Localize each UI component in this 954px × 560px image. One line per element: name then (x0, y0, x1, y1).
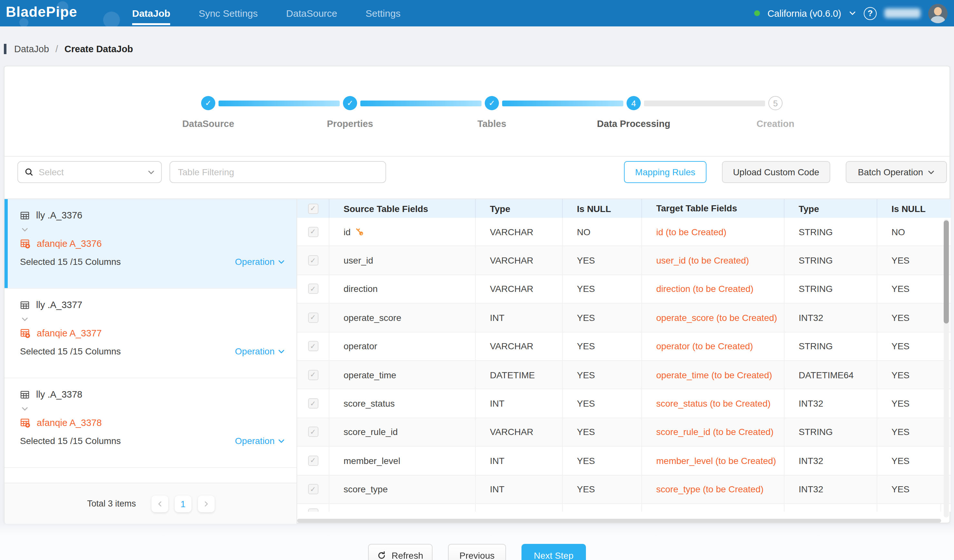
row-checkbox[interactable]: ✓ (308, 456, 318, 466)
row-checkbox[interactable]: ✓ (308, 398, 318, 409)
refresh-button[interactable]: Refresh (368, 544, 433, 560)
row-checkbox[interactable]: ✓ (308, 255, 318, 266)
source-field-name: member_level (344, 456, 400, 466)
sidebar-table-item[interactable]: lly .A_3377 afanqie A_3377 Selected 15 /… (5, 289, 296, 378)
mapping-table-header: ✓ Source Table Fields Type Is NULL Targe… (297, 199, 951, 218)
target-field-type: STRING (799, 427, 833, 437)
upload-custom-code-button[interactable]: Upload Custom Code (722, 161, 830, 183)
sidebar-table-item[interactable]: lly .A_3376 afanqie A_3376 Selected 15 /… (5, 199, 296, 289)
row-checkbox[interactable]: ✓ (308, 484, 318, 494)
table-toolbar: Select Mapping Rules Upload Custom Code … (5, 161, 949, 183)
operation-label: Operation (235, 436, 274, 446)
prev-page-button[interactable] (151, 495, 168, 512)
step-indicator: 5 ✓ (768, 96, 783, 110)
total-items-label: Total 3 items (87, 499, 136, 509)
nav-item-settings[interactable]: Settings (365, 0, 400, 26)
target-table-name: afanqie A_3377 (37, 328, 102, 338)
source-field-isnull: YES (577, 427, 595, 437)
vertical-scrollbar[interactable] (944, 219, 949, 518)
app-logo[interactable]: BladePipe (6, 4, 77, 20)
table-add-icon (20, 328, 30, 338)
batch-operation-button[interactable]: Batch Operation (846, 161, 947, 183)
row-checkbox[interactable]: ✓ (308, 370, 318, 380)
source-field-type: INT (490, 484, 504, 494)
mapping-table-row: ✓ member_level INT YES member_level (to … (297, 446, 951, 475)
stepper-step: 4 ✓ Data Processing (563, 96, 705, 129)
header-source-fields: Source Table Fields (344, 203, 428, 214)
header-target-type: Type (799, 203, 819, 214)
target-field-name: direction (to be Created) (656, 283, 753, 296)
sidebar-table-item[interactable]: lly .A_3378 afanqie A_3378 Selected 15 /… (5, 378, 296, 468)
nav-item-datasource[interactable]: DataSource (286, 0, 337, 26)
selected-columns-text: Selected 15 /15 Columns (20, 436, 121, 446)
breadcrumb-parent[interactable]: DataJob (14, 44, 49, 54)
breadcrumb: DataJob / Create DataJob (4, 41, 133, 57)
row-checkbox[interactable]: ✓ (308, 284, 318, 294)
mapping-table-row: ✓ operator VARCHAR YES operator (to be C… (297, 332, 951, 361)
row-checkbox[interactable] (308, 509, 318, 512)
status-dot (754, 10, 760, 16)
help-icon[interactable]: ? (864, 7, 877, 20)
source-field-isnull: YES (577, 284, 595, 294)
nav-item-sync-settings[interactable]: Sync Settings (198, 0, 257, 26)
target-field-isnull: YES (892, 255, 910, 266)
target-table-row: afanqie A_3377 (20, 326, 285, 340)
target-field-isnull: YES (892, 341, 910, 352)
target-table-row: afanqie A_3378 (20, 416, 285, 430)
stepper-step: 1 ✓ DataSource (137, 96, 279, 129)
row-checkbox[interactable]: ✓ (308, 313, 318, 323)
chevron-down-icon (278, 437, 285, 444)
row-checkbox[interactable]: ✓ (308, 427, 318, 437)
table-filter-input[interactable] (170, 161, 386, 183)
source-field-type: VARCHAR (490, 255, 533, 266)
previous-button[interactable]: Previous (448, 544, 506, 560)
row-checkbox[interactable]: ✓ (308, 227, 318, 237)
nav-item-datajob[interactable]: DataJob (132, 0, 170, 26)
operation-dropdown[interactable]: Operation (235, 257, 285, 267)
header-source-type: Type (490, 203, 510, 214)
step-indicator: 3 ✓ (485, 96, 499, 110)
select-all-checkbox[interactable]: ✓ (308, 203, 318, 214)
source-field-isnull: NO (577, 227, 591, 237)
target-field-name: user_id (to be Created) (656, 254, 749, 267)
selected-columns-text: Selected 15 /15 Columns (20, 346, 121, 356)
target-field-name: operator (to be Created) (656, 340, 753, 353)
schema-select[interactable]: Select (17, 161, 162, 183)
breadcrumb-current: Create DataJob (64, 44, 133, 54)
target-table-name: afanqie A_3378 (37, 418, 102, 428)
target-table-row: afanqie A_3376 (20, 236, 285, 251)
table-grid-icon (20, 210, 30, 220)
mapping-rules-button[interactable]: Mapping Rules (624, 161, 706, 183)
source-field-type: VARCHAR (490, 427, 533, 437)
source-field-isnull: YES (577, 456, 595, 466)
scrollbar-thumb[interactable] (944, 220, 949, 324)
avatar[interactable] (928, 3, 948, 23)
operation-dropdown[interactable]: Operation (235, 436, 285, 446)
source-field-isnull: YES (577, 484, 595, 494)
region-chevron-down-icon[interactable] (849, 10, 856, 17)
mapping-table-row: ✓ operate_score INT YES operate_score (t… (297, 303, 951, 332)
target-field-isnull: YES (892, 484, 910, 494)
check-icon: ✓ (205, 99, 211, 107)
breadcrumb-separator: / (55, 44, 58, 54)
mapping-table-row: ✓ score_rule_id VARCHAR YES score_rule_i… (297, 418, 951, 446)
top-navbar: BladePipe DataJobSync SettingsDataSource… (0, 0, 954, 26)
operation-label: Operation (235, 257, 274, 267)
source-field-isnull: YES (577, 398, 595, 409)
stepper-step: 3 ✓ Tables (421, 96, 563, 129)
page-number-button[interactable]: 1 (175, 495, 192, 512)
source-table-row: lly .A_3378 (20, 387, 285, 401)
source-table-name: lly .A_3378 (36, 389, 83, 400)
table-pair-list: lly .A_3376 afanqie A_3376 Selected 15 /… (5, 199, 297, 524)
next-page-button[interactable] (198, 495, 215, 512)
target-field-name: id (to be Created) (656, 225, 726, 238)
next-step-button[interactable]: Next Step (521, 544, 586, 560)
horizontal-scrollbar[interactable] (297, 519, 941, 523)
source-field-isnull: YES (577, 341, 595, 352)
operation-dropdown[interactable]: Operation (235, 346, 285, 356)
target-field-name: score_rule_id (to be Created) (656, 426, 773, 439)
row-checkbox[interactable]: ✓ (308, 341, 318, 352)
target-field-type: STRING (799, 284, 833, 294)
target-field-type: STRING (799, 255, 833, 266)
mapping-table-row: ✓ score_type INT YES score_type (to be C… (297, 475, 951, 504)
